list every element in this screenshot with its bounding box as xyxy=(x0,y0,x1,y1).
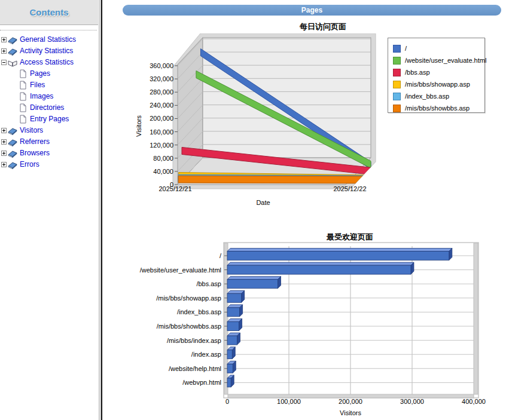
expand-plus-icon[interactable] xyxy=(1,37,7,42)
legend-label: /index_bbs.asp xyxy=(405,93,449,100)
sidebar-item-label: Activity Statistics xyxy=(20,45,73,57)
closed-book-icon xyxy=(8,35,17,44)
closed-book-icon xyxy=(8,126,17,135)
bar-3 xyxy=(227,290,245,302)
closed-book-icon xyxy=(8,160,17,169)
sidebar-item-browsers[interactable]: Browsers xyxy=(0,148,97,159)
bar-category-label: / xyxy=(220,252,222,259)
bar-0 xyxy=(227,249,452,260)
legend-item: /bbs.asp xyxy=(393,66,484,78)
page-icon xyxy=(20,69,29,78)
frame-divider-line xyxy=(101,0,102,420)
bar-category-label: /index.asp xyxy=(191,351,221,358)
svg-text:2025/12/21: 2025/12/21 xyxy=(158,185,191,192)
sidebar: Contents General StatisticsActivity Stat… xyxy=(0,0,98,420)
sidebar-item-files[interactable]: Files xyxy=(0,79,97,91)
expand-plus-icon[interactable] xyxy=(1,162,7,167)
bar-4 xyxy=(227,305,243,317)
page-icon xyxy=(20,81,29,90)
contents-tree: General StatisticsActivity StatisticsAcc… xyxy=(0,30,97,170)
legend-swatch-icon xyxy=(393,45,401,53)
legend-swatch-icon xyxy=(393,105,401,112)
legend-label: /mis/bbs/showbbs.asp xyxy=(405,105,470,112)
open-book-icon xyxy=(8,58,17,67)
sidebar-item-label: Pages xyxy=(30,68,50,79)
sidebar-item-label: Referrers xyxy=(20,136,50,148)
svg-text:360,000: 360,000 xyxy=(150,62,173,69)
svg-text:400,000: 400,000 xyxy=(462,398,486,405)
expand-plus-icon[interactable] xyxy=(1,48,7,54)
svg-text:240,000: 240,000 xyxy=(150,102,173,109)
sidebar-item-label: Access Statistics xyxy=(20,57,74,68)
closed-book-icon xyxy=(8,47,17,56)
daily-pages-line-chart: 040,00080,000120,000160,000200,000240,00… xyxy=(135,33,386,213)
svg-text:80,000: 80,000 xyxy=(153,155,173,162)
legend-label: /website/user_evaluate.html xyxy=(405,57,486,64)
svg-text:2025/12/22: 2025/12/22 xyxy=(333,185,366,192)
legend-label: /mis/bbs/showapp.asp xyxy=(405,81,470,88)
svg-text:200,000: 200,000 xyxy=(339,398,362,405)
sidebar-item-label: General Statistics xyxy=(20,34,76,45)
legend-item: /index_bbs.asp xyxy=(393,90,484,102)
svg-text:300,000: 300,000 xyxy=(400,398,424,405)
bar-9 xyxy=(227,375,234,387)
bar-category-label: /mis/bbs/showapp.asp xyxy=(156,295,221,302)
sidebar-item-visitors[interactable]: Visitors xyxy=(0,125,97,136)
sidebar-item-pages[interactable]: Pages xyxy=(0,68,97,79)
bar-7 xyxy=(227,347,235,359)
closed-book-icon xyxy=(8,137,17,146)
legend-swatch-icon xyxy=(393,69,401,76)
svg-text:120,000: 120,000 xyxy=(150,142,173,149)
collapse-minus-icon[interactable] xyxy=(1,60,7,65)
sidebar-item-label: Browsers xyxy=(20,148,50,159)
bar-2 xyxy=(227,277,281,289)
bar-5 xyxy=(227,319,242,331)
bar-category-label: /bbs.asp xyxy=(196,280,221,287)
sidebar-item-label: Images xyxy=(30,91,53,102)
daily-pages-chart-title: 每日访问页面 xyxy=(251,22,395,32)
page-icon xyxy=(20,115,29,124)
sidebar-item-label: Directories xyxy=(30,102,64,114)
sidebar-item-general-statistics[interactable]: General Statistics xyxy=(0,34,97,45)
sidebar-title: Contents xyxy=(30,7,69,17)
sidebar-item-images[interactable]: Images xyxy=(0,91,97,102)
svg-text:100,000: 100,000 xyxy=(277,398,301,405)
bar-category-label: /mis/bbs/showbbs.asp xyxy=(157,323,221,330)
page-header-pill: Pages xyxy=(123,5,501,16)
sidebar-header: Contents xyxy=(0,0,98,25)
sidebar-item-label: Errors xyxy=(20,159,39,170)
bar-category-label: /website/help.html xyxy=(169,365,221,372)
legend-swatch-icon xyxy=(393,93,401,100)
sidebar-item-label: Visitors xyxy=(20,125,43,136)
svg-text:160,000: 160,000 xyxy=(150,128,173,136)
bar-8 xyxy=(227,361,236,373)
legend-item: / xyxy=(393,42,484,54)
sidebar-item-errors[interactable]: Errors xyxy=(0,159,97,170)
bar-category-label: /index_bbs.asp xyxy=(177,308,221,315)
expand-plus-icon[interactable] xyxy=(1,128,7,133)
sidebar-item-access-statistics[interactable]: Access Statistics xyxy=(0,57,97,68)
sidebar-item-referrers[interactable]: Referrers xyxy=(0,136,97,148)
sidebar-item-entry-pages[interactable]: Entry Pages xyxy=(0,114,97,125)
svg-text:40,000: 40,000 xyxy=(153,168,173,175)
sidebar-item-activity-statistics[interactable]: Activity Statistics xyxy=(0,45,97,57)
sidebar-item-label: Files xyxy=(30,79,45,91)
expand-plus-icon[interactable] xyxy=(1,139,7,145)
svg-text:Date: Date xyxy=(256,199,270,206)
page-icon xyxy=(20,92,29,101)
legend-item: /mis/bbs/showapp.asp xyxy=(393,78,484,90)
sidebar-item-label: Entry Pages xyxy=(30,114,69,125)
popular-pages-bar-chart: 0100,000200,000300,000400,000//website/u… xyxy=(129,242,506,420)
legend-swatch-icon xyxy=(393,57,401,65)
svg-text:320,000: 320,000 xyxy=(150,75,173,82)
legend-swatch-icon xyxy=(393,81,401,88)
bar-category-label: /website/user_evaluate.html xyxy=(140,266,221,274)
bar-1 xyxy=(227,262,414,274)
expand-plus-icon[interactable] xyxy=(1,151,7,156)
legend-label: / xyxy=(405,45,407,52)
sidebar-item-directories[interactable]: Directories xyxy=(0,102,97,114)
svg-text:280,000: 280,000 xyxy=(150,88,173,96)
ribbon-series-5 xyxy=(178,176,371,183)
popular-pages-chart-title: 最受欢迎页面 xyxy=(278,232,422,243)
svg-text:Visitors: Visitors xyxy=(340,409,361,416)
